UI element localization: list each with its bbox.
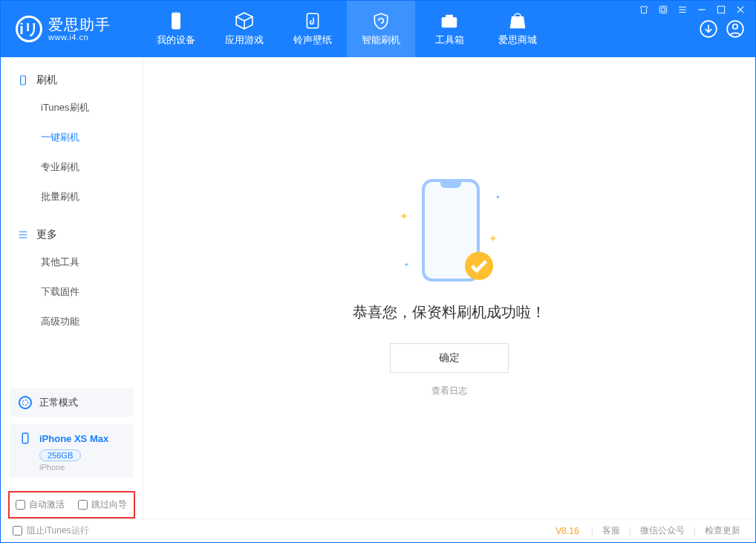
svg-rect-11 bbox=[22, 433, 28, 443]
shopping-bag-icon bbox=[508, 11, 527, 30]
mode-indicator-icon bbox=[19, 396, 32, 409]
auto-activate-checkbox[interactable]: 自动激活 bbox=[16, 498, 65, 511]
app-url: www.i4.cn bbox=[48, 33, 111, 42]
nav-my-device[interactable]: 我的设备 bbox=[142, 1, 210, 57]
user-icon[interactable] bbox=[726, 19, 745, 39]
device-mode-label: 正常模式 bbox=[39, 396, 78, 409]
device-info-box[interactable]: iPhone XS Max 256GB iPhone bbox=[10, 424, 134, 478]
menu-lines-icon bbox=[17, 229, 29, 241]
check-badge-icon bbox=[465, 252, 493, 280]
nav-apps-games[interactable]: 应用游戏 bbox=[210, 1, 278, 57]
svg-rect-3 bbox=[446, 15, 453, 17]
minimize-button[interactable] bbox=[697, 4, 707, 17]
svg-point-6 bbox=[733, 25, 738, 30]
phone-icon bbox=[166, 11, 186, 30]
success-illustration: ✦✦✦✦ bbox=[408, 179, 490, 283]
sidebar-item-download-firmware[interactable]: 下载固件 bbox=[1, 277, 143, 307]
nav-toolbox[interactable]: 工具箱 bbox=[415, 1, 483, 57]
app-logo-icon: iリ bbox=[16, 16, 42, 42]
refresh-shield-icon bbox=[371, 11, 391, 30]
svg-rect-9 bbox=[717, 6, 724, 13]
device-name: iPhone XS Max bbox=[39, 433, 108, 444]
view-log-link[interactable]: 查看日志 bbox=[431, 385, 467, 397]
main-content: ✦✦✦✦ 恭喜您，保资料刷机成功啦！ 确定 查看日志 bbox=[143, 57, 755, 518]
flash-options-row: 自动激活 跳过向导 bbox=[8, 491, 135, 518]
app-header: iリ 爱思助手 www.i4.cn 我的设备 应用游戏 铃声壁纸 智能刷机 工具… bbox=[1, 1, 755, 57]
shirt-icon[interactable] bbox=[639, 4, 649, 17]
sidebar: 刷机 iTunes刷机 一键刷机 专业刷机 批量刷机 更多 其他工具 下载固件 … bbox=[1, 57, 143, 518]
svg-rect-8 bbox=[662, 8, 665, 12]
svg-rect-0 bbox=[172, 13, 180, 29]
phone-outline-icon bbox=[19, 432, 32, 445]
block-itunes-checkbox[interactable]: 阻止iTunes运行 bbox=[13, 524, 89, 537]
close-button[interactable] bbox=[735, 4, 746, 17]
svg-rect-1 bbox=[307, 13, 318, 28]
menu-icon[interactable] bbox=[677, 4, 688, 17]
skip-guide-checkbox[interactable]: 跳过向导 bbox=[78, 498, 127, 511]
device-capacity: 256GB bbox=[39, 449, 81, 461]
svg-rect-10 bbox=[21, 76, 26, 85]
lock-icon[interactable] bbox=[658, 4, 668, 17]
download-icon[interactable] bbox=[699, 19, 718, 39]
sidebar-item-pro-flash[interactable]: 专业刷机 bbox=[1, 152, 143, 182]
top-nav: 我的设备 应用游戏 铃声壁纸 智能刷机 工具箱 爱思商城 bbox=[142, 1, 552, 57]
sidebar-item-other-tools[interactable]: 其他工具 bbox=[1, 247, 143, 277]
sidebar-item-itunes-flash[interactable]: iTunes刷机 bbox=[1, 93, 143, 123]
ok-button[interactable]: 确定 bbox=[390, 343, 509, 373]
svg-rect-7 bbox=[659, 6, 666, 13]
window-controls bbox=[639, 4, 746, 17]
footer-link-support[interactable]: 客服 bbox=[599, 524, 623, 537]
cube-icon bbox=[235, 11, 254, 30]
nav-smart-flash[interactable]: 智能刷机 bbox=[347, 1, 415, 57]
nav-store[interactable]: 爱思商城 bbox=[483, 1, 552, 57]
footer-link-update[interactable]: 检查更新 bbox=[702, 524, 743, 537]
sidebar-group-more: 更多 bbox=[1, 222, 143, 247]
footer-link-wechat[interactable]: 微信公众号 bbox=[637, 524, 688, 537]
device-mode-box[interactable]: 正常模式 bbox=[10, 388, 134, 417]
nav-ringtones[interactable]: 铃声壁纸 bbox=[278, 1, 347, 57]
version-label: V8.16 bbox=[555, 526, 579, 536]
sidebar-item-onekey-flash[interactable]: 一键刷机 bbox=[1, 123, 143, 152]
maximize-button[interactable] bbox=[716, 4, 726, 17]
svg-rect-2 bbox=[442, 18, 457, 27]
sidebar-item-advanced[interactable]: 高级功能 bbox=[1, 307, 143, 336]
device-icon bbox=[17, 74, 29, 86]
app-name: 爱思助手 bbox=[48, 16, 111, 33]
status-bar: 阻止iTunes运行 V8.16 | 客服 | 微信公众号 | 检查更新 bbox=[1, 518, 755, 542]
logo-area: iリ 爱思助手 www.i4.cn bbox=[1, 1, 142, 57]
success-message: 恭喜您，保资料刷机成功啦！ bbox=[353, 302, 546, 322]
toolbox-icon bbox=[440, 11, 459, 30]
device-type: iPhone bbox=[39, 463, 125, 472]
sidebar-item-batch-flash[interactable]: 批量刷机 bbox=[1, 182, 143, 212]
music-file-icon bbox=[303, 11, 322, 30]
sidebar-group-flash: 刷机 bbox=[1, 68, 143, 93]
